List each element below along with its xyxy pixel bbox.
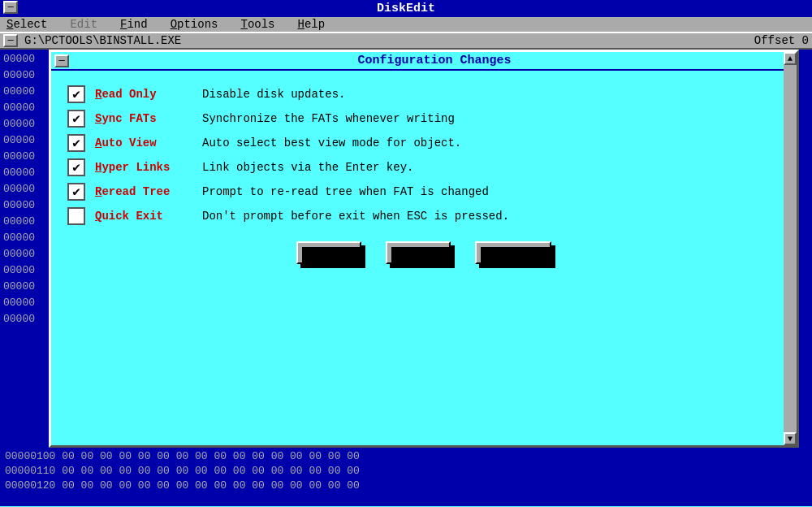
option-hyper-links-row: ✔ Hyper Links Link objects via the Enter… (67, 158, 780, 176)
menu-help[interactable]: Help (295, 18, 329, 31)
button-row: OK Save Cancel (67, 241, 780, 264)
file-path: G:\PCTOOLS\BINSTALL.EXE (24, 34, 181, 47)
checkbox-auto-view[interactable]: ✔ (67, 134, 85, 152)
save-button[interactable]: Save (386, 241, 451, 264)
title-bar: ─ DiskEdit (0, 0, 812, 17)
option-hyper-links-label: Hyper Links (95, 161, 192, 174)
save-wrapper: Save (386, 241, 451, 264)
option-auto-view-row: ✔ Auto View Auto select best view mode f… (67, 134, 780, 152)
file-sys-btn[interactable]: ─ (3, 34, 18, 47)
option-sync-fats-label: Sync FATs (95, 112, 192, 125)
option-quick-exit-label: Quick Exit (95, 210, 192, 223)
checkbox-quick-exit[interactable] (67, 207, 85, 225)
scroll-down-arrow[interactable]: ▼ (784, 432, 797, 445)
checkbox-reread-tree[interactable]: ✔ (67, 183, 85, 201)
option-reread-tree-desc: Prompt to re-read tree when FAT is chang… (202, 185, 489, 198)
offset-display: Offset 0 (754, 34, 809, 47)
option-auto-view-label: Auto View (95, 136, 192, 150)
main-area: 00000000000000000000 0000000000000000000… (0, 50, 812, 448)
checkbox-read-only[interactable]: ✔ (67, 85, 85, 103)
cancel-button[interactable]: Cancel (475, 241, 551, 264)
menu-edit: Edit (67, 18, 101, 31)
system-menu-btn[interactable]: ─ (3, 1, 18, 14)
option-quick-exit-desc: Don't prompt before exit when ESC is pre… (202, 210, 509, 223)
checkbox-sync-fats[interactable]: ✔ (67, 110, 85, 128)
modal-sys-btn[interactable]: ─ (54, 54, 69, 67)
menu-options[interactable]: Options (167, 18, 222, 31)
scroll-up-arrow[interactable]: ▲ (784, 52, 797, 65)
option-reread-tree-label: Reread Tree (95, 185, 192, 198)
ok-wrapper: OK (296, 241, 361, 264)
menu-tools[interactable]: Tools (237, 18, 278, 31)
scroll-track (784, 65, 797, 432)
menu-find[interactable]: Find (117, 18, 151, 31)
option-read-only-label: Read Only (95, 88, 192, 101)
option-sync-fats-desc: Synchronize the FATs whenever writing (202, 112, 455, 125)
scrollbar: ▲ ▼ (784, 52, 797, 445)
hex-line-3: 00000120 00 00 00 00 00 00 00 00 00 00 0… (5, 479, 807, 493)
hex-line-1: 00000100 00 00 00 00 00 00 00 00 00 00 0… (5, 449, 807, 464)
option-sync-fats-row: ✔ Sync FATs Synchronize the FATs wheneve… (67, 110, 780, 128)
modal-title: Configuration Changes (76, 54, 793, 67)
option-reread-tree-row: ✔ Reread Tree Prompt to re-read tree whe… (67, 183, 780, 201)
option-quick-exit-row: Quick Exit Don't prompt before exit when… (67, 207, 780, 225)
file-bar: ─ G:\PCTOOLS\BINSTALL.EXE Offset 0 (0, 32, 812, 50)
cancel-wrapper: Cancel (475, 241, 551, 264)
hex-line-2: 00000110 00 00 00 00 00 00 00 00 00 00 0… (5, 464, 807, 479)
option-auto-view-desc: Auto select best view mode for object. (202, 136, 461, 150)
app-title: DiskEdit (377, 2, 435, 15)
modal-body: ✔ Read Only Disable disk updates. ✔ Sync… (51, 71, 797, 280)
checkbox-hyper-links[interactable]: ✔ (67, 158, 85, 176)
menu-bar: Select Edit Find Options Tools Help (0, 17, 812, 32)
option-hyper-links-desc: Link objects via the Enter key. (202, 161, 413, 174)
menu-select[interactable]: Select (3, 18, 50, 31)
option-read-only-row: ✔ Read Only Disable disk updates. (67, 85, 780, 103)
hex-data-area: 00000100 00 00 00 00 00 00 00 00 00 00 0… (0, 448, 812, 506)
modal-title-bar: ─ Configuration Changes (51, 52, 797, 71)
config-dialog: ─ Configuration Changes ✔ Read Only Disa… (49, 50, 799, 448)
ok-button[interactable]: OK (296, 241, 361, 264)
option-read-only-desc: Disable disk updates. (202, 88, 345, 101)
